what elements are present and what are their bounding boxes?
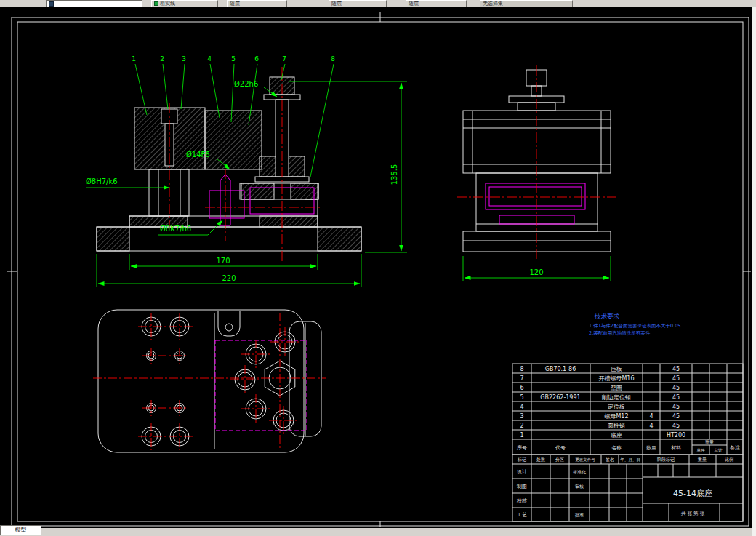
bom-row-name: 定位板: [607, 404, 625, 410]
bom-header-weight: 重量: [704, 439, 714, 444]
layer-color-swatch: [154, 1, 158, 6]
status-strip: [0, 528, 756, 536]
bom-row-no: 2: [520, 423, 523, 429]
tb-audit: 审核: [575, 484, 584, 489]
bom-row-qty: 4: [649, 423, 653, 429]
part-number-5: 5: [231, 55, 236, 63]
tb-change-doc: 更改文件号: [575, 457, 595, 462]
tb-design: 设计: [517, 469, 527, 475]
bom-row-no: 6: [520, 385, 523, 391]
color-combo[interactable]: 随层: [227, 0, 287, 7]
tb-mark: 标记: [517, 457, 526, 463]
sheet-border: [7, 12, 751, 527]
bom-header-remark: 备注: [730, 444, 740, 451]
model-tab-label: 模型: [15, 527, 27, 533]
bom-row-name: 圆柱销: [608, 423, 625, 429]
lineweight-combo-value: 随层: [409, 1, 419, 7]
part-number-7: 7: [282, 55, 286, 63]
tb-standardize: 标准化: [572, 469, 586, 475]
app-icon: [49, 1, 54, 7]
notes-line-2: 2.装配前用汽油清洗所有零件: [589, 330, 651, 336]
title-block: 标记 处数 分区 更改文件号 签名 年、月、日 设计 制图 校核 工艺 标准化 …: [512, 455, 743, 521]
bom-row-no: 5: [520, 394, 523, 401]
bom-row-material: 45: [672, 404, 680, 410]
dim-label-d22: Ø22h6: [234, 80, 258, 88]
bom-header-material: 材料: [671, 445, 681, 451]
part-number-3: 3: [182, 55, 186, 63]
technical-notes: 技术要求 1.件1与件2配合面需要保证表面不大于0.05 2.装配前用汽油清洗所…: [589, 313, 680, 336]
bom-row-code: GB70.1-86: [545, 366, 576, 372]
command-combo[interactable]: [46, 0, 142, 7]
dim-label-d8h7: Ø8H7/k6: [86, 177, 118, 185]
tb-weight-label: 重量: [697, 457, 707, 462]
side-view: 120: [457, 65, 616, 281]
bom-header-unit: 单件: [697, 448, 706, 452]
tb-stage-label: 阶段标记: [657, 457, 675, 463]
dim-label-170: 170: [216, 257, 230, 265]
bom-row-material: 45: [672, 394, 680, 401]
layer-combo[interactable]: 粗实线: [151, 0, 218, 7]
bom-row-no: 3: [520, 413, 523, 420]
bom-header-qty: 数量: [646, 445, 656, 451]
bom-row-material: 45: [672, 375, 680, 382]
bom-row-material: 45: [672, 413, 680, 420]
plan-view: [93, 310, 326, 452]
dim-label-120: 120: [529, 268, 543, 276]
lineweight-combo[interactable]: 随层: [406, 0, 467, 7]
bom-row-material: 45: [672, 366, 680, 372]
bom-row-no: 7: [520, 375, 523, 382]
part-number-1: 1: [132, 55, 136, 63]
bom-row-no: 4: [520, 404, 523, 410]
tb-zone: 分区: [555, 457, 564, 462]
bom-row-name: 螺母M12: [604, 413, 628, 420]
bom-row-material: 45: [672, 385, 680, 391]
bom-header-no: 序号: [517, 445, 527, 451]
window-right-edge: [752, 7, 756, 536]
bom-row-name: 垫圈: [611, 385, 622, 391]
selection-combo-value: 无选择集: [483, 1, 503, 7]
part-number-6: 6: [254, 55, 259, 63]
bom-row-name: 开槽螺母M16: [598, 375, 634, 382]
bom-table: 序号 代号 名称 数量 材料 重量 单件 总计 备注 8 GB70.1-86 压…: [512, 364, 743, 455]
drawing-svg: 1 2 3 4 5 6 7 8: [0, 7, 752, 528]
linetype-combo-value: 随层: [331, 1, 342, 7]
dim-label-220: 220: [222, 274, 236, 282]
dim-label-135-5: 135.5: [390, 164, 398, 185]
drawing-canvas[interactable]: 1 2 3 4 5 6 7 8: [0, 7, 752, 528]
bom-row-qty: 4: [649, 413, 653, 420]
tb-sheets: 共 张 第 张: [681, 511, 705, 516]
linetype-combo[interactable]: 随层: [329, 0, 387, 7]
tb-scale-label: 比例: [725, 457, 733, 463]
bom-row-name: 底座: [611, 432, 622, 439]
bom-row-name: 压板: [611, 366, 622, 372]
model-tab[interactable]: 模型: [0, 525, 41, 535]
selection-combo[interactable]: 无选择集: [480, 0, 573, 7]
layer-combo-value: 粗实线: [160, 1, 175, 7]
part-number-4: 4: [207, 55, 212, 63]
tb-process: 工艺: [517, 512, 527, 518]
tb-draft: 制图: [516, 484, 527, 489]
notes-title: 技术要求: [594, 313, 620, 320]
bom-row-no: 1: [520, 432, 523, 439]
bom-header-total: 总计: [714, 448, 723, 452]
tb-date: 年、月、日: [620, 457, 640, 463]
tb-drawing-number: 45-14底座: [673, 489, 712, 498]
part-number-8: 8: [331, 55, 335, 63]
bom-row-no: 8: [520, 366, 523, 372]
color-combo-value: 随层: [230, 1, 240, 7]
bom-header-name: 名称: [611, 445, 622, 451]
bom-row-name: 削边定位销: [602, 394, 631, 401]
front-view: 1 2 3 4 5 6 7 8: [86, 55, 407, 287]
tb-check: 校核: [516, 498, 527, 504]
cad-window: 粗实线 随层 随层 随层 无选择集: [0, 0, 756, 536]
bom-row-material: 45: [672, 423, 680, 429]
notes-line-1: 1.件1与件2配合面需要保证表面不大于0.05: [589, 323, 680, 329]
dim-label-d8k7: Ø8K7/h6: [160, 225, 191, 233]
tb-signature: 签名: [606, 457, 614, 463]
bom-row-code: GB2262-1991: [540, 394, 580, 401]
dim-label-d14: Ø14F6: [186, 151, 210, 159]
bom-header-code: 代号: [555, 445, 566, 451]
bom-row-material: HT200: [667, 432, 685, 439]
tb-approve: 批准: [575, 512, 584, 518]
part-number-2: 2: [160, 55, 164, 63]
